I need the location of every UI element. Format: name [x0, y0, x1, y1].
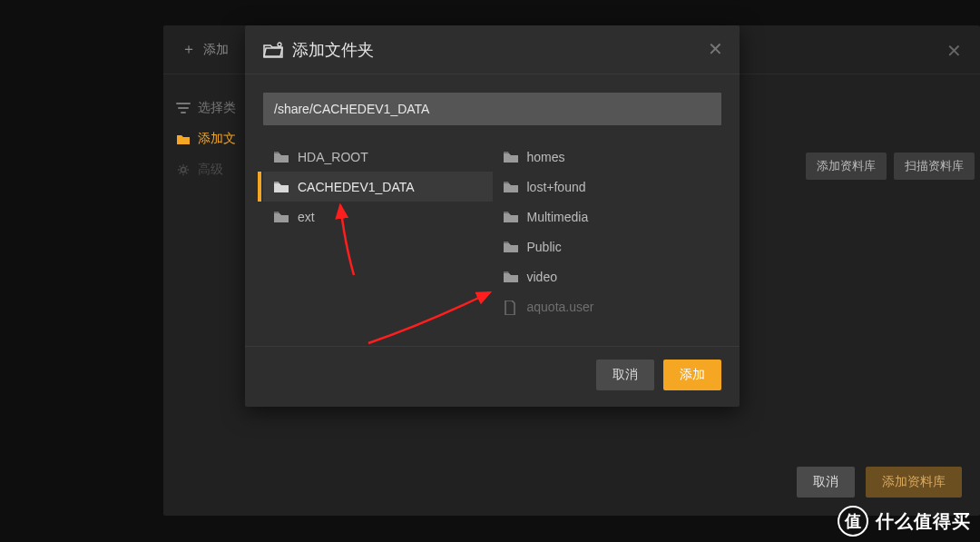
folder-icon — [274, 211, 289, 223]
item-label: Multimedia — [527, 210, 589, 224]
outer-title: 添加 — [203, 42, 229, 58]
item-label: CACHEDEV1_DATA — [298, 180, 415, 194]
item-label: homes — [527, 150, 565, 164]
item-label: lost+found — [527, 180, 586, 194]
folder-item[interactable]: video — [493, 261, 722, 291]
folder-item[interactable]: Public — [493, 232, 722, 261]
gear-icon — [176, 163, 191, 176]
filter-icon — [176, 102, 191, 114]
item-label: HDA_ROOT — [298, 150, 368, 164]
sidebar-item-label: 高级 — [198, 162, 223, 178]
sidebar-item-label: 添加文 — [198, 131, 236, 147]
close-icon[interactable]: ✕ — [946, 40, 962, 62]
folder-browser: HDA_ROOTCACHEDEV1_DATAext homeslost+foun… — [263, 142, 721, 328]
folder-open-icon — [263, 42, 283, 58]
folder-icon — [504, 211, 518, 223]
folder-column-left: HDA_ROOTCACHEDEV1_DATAext — [263, 142, 493, 328]
outer-confirm-button[interactable]: 添加资料库 — [866, 467, 962, 498]
folder-item[interactable]: ext — [263, 202, 493, 232]
folder-icon — [274, 181, 289, 193]
folder-icon — [504, 151, 518, 163]
item-label: Public — [527, 240, 562, 254]
svg-point-0 — [181, 167, 185, 172]
close-icon[interactable]: ✕ — [708, 38, 723, 60]
add-library-button[interactable]: 添加资料库 — [806, 153, 887, 180]
cancel-button[interactable]: 取消 — [596, 360, 654, 390]
folder-icon — [504, 181, 518, 193]
outer-cancel-button[interactable]: 取消 — [797, 467, 855, 498]
folder-icon — [504, 241, 518, 253]
path-input[interactable] — [263, 93, 721, 125]
folder-item[interactable]: HDA_ROOT — [263, 142, 493, 172]
folder-item[interactable]: Multimedia — [493, 202, 722, 232]
file-icon — [504, 301, 518, 313]
sidebar-item-label: 选择类 — [198, 100, 236, 116]
svg-point-1 — [278, 43, 281, 46]
folder-icon — [504, 271, 518, 283]
add-button[interactable]: 添加 — [663, 360, 721, 390]
item-label: video — [527, 270, 557, 284]
add-folder-dialog: 添加文件夹 ✕ HDA_ROOTCACHEDEV1_DATAext homesl… — [245, 25, 740, 407]
file-item: aquota.user — [493, 291, 722, 321]
folder-item[interactable]: lost+found — [493, 172, 722, 202]
folder-icon — [176, 133, 191, 145]
watermark-text: 什么值得买 — [876, 509, 971, 534]
dialog-title: 添加文件夹 — [292, 39, 374, 61]
watermark: 值 什么值得买 — [838, 506, 971, 537]
scan-library-button[interactable]: 扫描资料库 — [894, 153, 975, 180]
watermark-badge: 值 — [838, 506, 868, 537]
folder-item[interactable]: homes — [493, 142, 722, 172]
folder-column-right: homeslost+foundMultimediaPublicvideoaquo… — [493, 142, 722, 328]
item-label: ext — [298, 210, 315, 224]
folder-item[interactable]: CACHEDEV1_DATA — [263, 172, 493, 202]
plus-icon: ＋ — [181, 40, 196, 59]
folder-icon — [274, 151, 289, 163]
item-label: aquota.user — [527, 300, 594, 314]
